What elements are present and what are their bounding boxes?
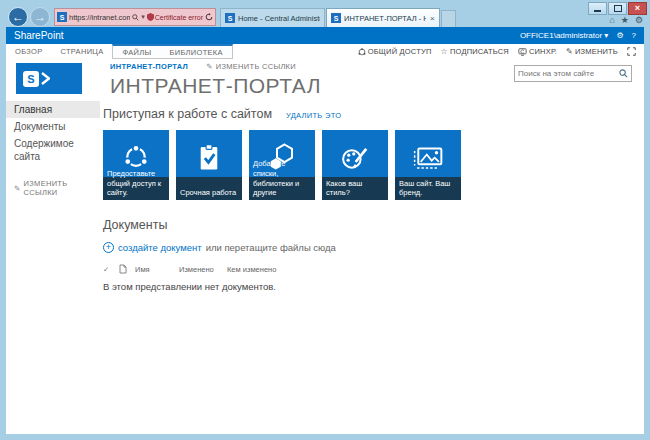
close-tab-icon[interactable]: ×	[430, 14, 435, 23]
ribbon-tab-page[interactable]: СТРАНИЦА	[51, 44, 112, 59]
tile-label: Срочная работа	[176, 177, 242, 200]
create-document-link[interactable]: создайте документ	[118, 242, 202, 253]
search-input[interactable]	[518, 69, 619, 78]
ribbon-tab-row: ОБЗОР СТРАНИЦА ФАЙЛЫ БИБЛИОТЕКА ОБЩИЙ ДО…	[6, 44, 644, 59]
create-document-suffix: или перетащите файлы сюда	[206, 242, 336, 253]
url-text: https://intranet.company.com/SitePa	[69, 13, 130, 22]
favorites-star-icon[interactable]: ★	[621, 15, 629, 25]
getting-started-header: Приступая к работе с сайтом УДАЛИТЬ ЭТО	[103, 101, 634, 121]
sync-label: СИНХР.	[529, 47, 557, 56]
suite-bar-right: OFFICE1\administrator ▾ ⚙ ?	[520, 31, 636, 40]
empty-library-message: В этом представлении нет документов.	[103, 281, 634, 292]
getting-started-title: Приступая к работе с сайтом	[103, 107, 272, 121]
search-icon[interactable]	[619, 69, 628, 78]
follow-label: ПОДПИСАТЬСЯ	[450, 47, 509, 56]
browser-toolbar-icons: ⌂ ★ ⚙	[609, 15, 643, 25]
column-modified-by[interactable]: Кем изменено	[227, 265, 276, 274]
certificate-shield-icon[interactable]	[147, 13, 154, 21]
ribbon-tab-library[interactable]: БИБЛИОТЕКА	[160, 46, 231, 58]
maximize-icon	[614, 5, 622, 12]
tile-add-lists-libraries[interactable]: Добавьте списки, библиотеки и другие	[249, 130, 315, 200]
site-header: S ИНТРАНЕТ-ПОРТАЛ ✎ИЗМЕНИТЬ ССЫЛКИ ИНТРА…	[6, 59, 644, 101]
document-type-icon	[119, 264, 135, 274]
tab-intranet-portal[interactable]: S ИНТРАНЕТ-ПОРТАЛ - Но... ×	[326, 8, 440, 27]
tile-your-site-your-brand[interactable]: Ваш сайт. Ваш бренд.	[395, 130, 461, 200]
tab-central-administration[interactable]: S Home - Central Administration	[220, 8, 325, 27]
tile-working-on-deadline[interactable]: Срочная работа	[176, 130, 242, 200]
focus-mode-icon[interactable]	[627, 47, 636, 56]
minimize-icon	[594, 10, 601, 12]
minimize-button[interactable]	[588, 2, 607, 15]
clipboard-check-icon	[176, 136, 242, 177]
user-menu[interactable]: OFFICE1\administrator ▾	[520, 31, 609, 40]
browser-window: × ← → S https://intranet.company.com/Sit…	[0, 0, 650, 440]
plus-circle-icon: +	[103, 242, 114, 253]
tile-whats-your-style[interactable]: Каков ваш стиль?	[322, 130, 388, 200]
certificate-error-label[interactable]: Certificate error	[155, 14, 203, 21]
new-document-row: + создайте документ или перетащите файлы…	[103, 242, 634, 253]
sidebar-item-site-contents[interactable]: Содержимое сайта	[6, 135, 100, 165]
tile-label: Предоставьте общий доступ к сайту.	[103, 177, 169, 200]
maximize-button[interactable]	[608, 2, 627, 15]
ribbon-tab-browse[interactable]: ОБЗОР	[6, 44, 51, 59]
search-box	[514, 65, 632, 82]
picture-icon	[395, 136, 461, 177]
search-magnifier-icon[interactable]	[132, 14, 139, 21]
suite-settings-gear-icon[interactable]: ⚙	[616, 31, 623, 40]
refresh-icon[interactable]	[205, 13, 213, 21]
documents-webpart: Документы + создайте документ или перета…	[103, 218, 634, 292]
browser-chrome: × ← → S https://intranet.company.com/Sit…	[0, 0, 650, 27]
edit-links-top[interactable]: ✎ИЗМЕНИТЬ ССЫЛКИ	[206, 62, 296, 71]
logo-chevron-icon	[41, 72, 50, 85]
tab-favicon-icon: S	[225, 13, 235, 23]
home-icon[interactable]: ⌂	[609, 15, 614, 25]
share-button[interactable]: ОБЩИЙ ДОСТУП	[358, 47, 432, 56]
tab-label: Home - Central Administration	[238, 14, 320, 23]
forward-button[interactable]: →	[30, 7, 50, 27]
column-modified[interactable]: Изменено	[179, 265, 227, 274]
edit-links-sidebar[interactable]: ✎ИЗМЕНИТЬ ССЫЛКИ	[14, 179, 100, 197]
tile-label: Ваш сайт. Ваш бренд.	[395, 177, 461, 200]
pencil-icon: ✎	[14, 184, 21, 193]
column-name[interactable]: Имя	[135, 265, 179, 274]
sync-icon	[518, 48, 527, 56]
ribbon-contextual-group: ФАЙЛЫ БИБЛИОТЕКА	[112, 44, 232, 59]
back-button[interactable]: ←	[8, 7, 28, 27]
address-dropdown-icon[interactable]: ▾	[141, 13, 145, 21]
tile-label: Каков ваш стиль?	[322, 177, 388, 200]
sharepoint-brand: SharePoint	[14, 30, 63, 41]
back-arrow-icon: ←	[12, 11, 24, 23]
sharepoint-logo-icon: S	[23, 71, 39, 87]
share-label: ОБЩИЙ ДОСТУП	[368, 47, 432, 56]
pencil-icon: ✎	[206, 62, 213, 71]
close-button[interactable]: ×	[628, 2, 647, 15]
star-icon: ☆	[441, 47, 448, 56]
page-title: ИНТРАНЕТ-ПОРТАЛ	[110, 74, 321, 98]
main-area: Приступая к работе с сайтом УДАЛИТЬ ЭТО …	[103, 101, 634, 434]
share-icon	[358, 48, 366, 56]
address-bar[interactable]: S https://intranet.company.com/SitePa ▾ …	[54, 8, 216, 26]
site-name-link[interactable]: ИНТРАНЕТ-ПОРТАЛ	[110, 62, 188, 71]
tile-share-site[interactable]: Предоставьте общий доступ к сайту.	[103, 130, 169, 200]
quick-launch-sidebar: Главная Документы Содержимое сайта ✎ИЗМЕ…	[6, 101, 100, 434]
sidebar-item-home[interactable]: Главная	[6, 101, 100, 118]
getting-started-tiles: Предоставьте общий доступ к сайту. Срочн…	[103, 130, 634, 200]
help-icon[interactable]: ?	[632, 31, 636, 40]
tab-strip: S Home - Central Administration S ИНТРАН…	[220, 7, 456, 27]
follow-button[interactable]: ☆ ПОДПИСАТЬСЯ	[441, 47, 509, 56]
window-controls: ×	[588, 2, 647, 15]
pencil-icon: ✎	[566, 47, 573, 56]
tab-favicon-icon: S	[331, 13, 341, 23]
palette-icon	[322, 136, 388, 177]
sync-button[interactable]: СИНХР.	[518, 47, 557, 56]
new-tab-button[interactable]	[441, 10, 456, 27]
select-all-check-icon[interactable]: ✓	[103, 265, 119, 274]
site-logo[interactable]: S	[16, 63, 82, 94]
settings-gear-icon[interactable]: ⚙	[635, 15, 643, 25]
sidebar-item-documents[interactable]: Документы	[6, 118, 100, 135]
edit-button[interactable]: ✎ ИЗМЕНИТЬ	[566, 47, 618, 56]
ribbon-tab-files[interactable]: ФАЙЛЫ	[113, 46, 160, 58]
sharepoint-suite-bar: SharePoint OFFICE1\administrator ▾ ⚙ ?	[6, 27, 644, 44]
remove-this-link[interactable]: УДАЛИТЬ ЭТО	[286, 111, 341, 120]
ribbon-actions: ОБЩИЙ ДОСТУП ☆ ПОДПИСАТЬСЯ СИНХР. ✎ ИЗМЕ…	[358, 44, 644, 59]
